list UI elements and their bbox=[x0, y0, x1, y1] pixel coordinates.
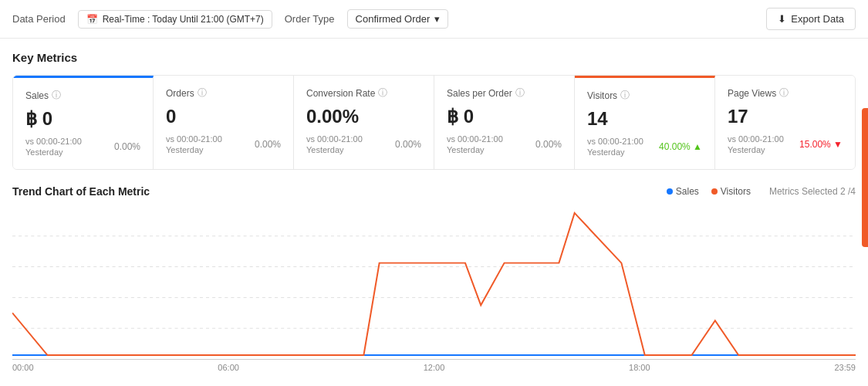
visitors-legend-dot bbox=[711, 188, 718, 195]
info-icon[interactable]: ⓘ bbox=[198, 86, 207, 100]
info-icon[interactable]: ⓘ bbox=[779, 86, 789, 100]
metric-change: 0.00% bbox=[395, 139, 421, 150]
export-icon: ⬇ bbox=[778, 13, 786, 25]
metric-name: Sales bbox=[25, 90, 49, 101]
metric-name: Sales per Order bbox=[447, 88, 512, 99]
metric-compare-label: vs 00:00-21:00Yesterday bbox=[25, 136, 82, 158]
info-icon[interactable]: ⓘ bbox=[378, 86, 387, 100]
metric-value: 14 bbox=[587, 108, 702, 130]
metric-card-conversion-rate[interactable]: Conversion Rate ⓘ 0.00% vs 00:00-21:00Ye… bbox=[294, 76, 434, 169]
metrics-row: Sales ⓘ ฿ 0 vs 00:00-21:00Yesterday 0.00… bbox=[12, 75, 856, 170]
metric-card-sales[interactable]: Sales ⓘ ฿ 0 vs 00:00-21:00Yesterday 0.00… bbox=[13, 76, 154, 169]
x-label: 06:00 bbox=[218, 363, 239, 372]
order-type-label: Order Type bbox=[285, 13, 335, 25]
trend-chart-svg bbox=[12, 205, 856, 359]
order-type-value: Confirmed Order bbox=[356, 13, 431, 25]
metric-compare-label: vs 00:00-21:00Yesterday bbox=[306, 134, 363, 156]
metric-value: ฿ 0 bbox=[25, 108, 140, 130]
metric-value: ฿ 0 bbox=[447, 106, 562, 127]
chart-legend: Sales Visitors Metrics Selected 2 /4 bbox=[667, 186, 856, 197]
metric-card-orders[interactable]: Orders ⓘ 0 vs 00:00-21:00Yesterday 0.00% bbox=[154, 76, 294, 169]
data-period-label: Data Period bbox=[12, 13, 66, 25]
metric-name: Visitors bbox=[587, 90, 617, 101]
key-metrics-title: Key Metrics bbox=[12, 51, 856, 64]
order-type-select[interactable]: Confirmed Order ▾ bbox=[347, 9, 449, 29]
trend-section: Trend Chart of Each Metric Sales Visitor… bbox=[12, 185, 856, 372]
sales-legend-dot bbox=[667, 188, 673, 195]
x-label: 23:59 bbox=[834, 363, 856, 372]
metric-change: 0.00% bbox=[535, 139, 562, 150]
metric-change: 0.00% bbox=[255, 139, 281, 150]
legend-visitors: Visitors bbox=[711, 186, 751, 197]
metric-name: Page Views bbox=[728, 88, 776, 99]
metric-name: Conversion Rate bbox=[306, 88, 375, 99]
x-label: 12:00 bbox=[424, 363, 445, 372]
metric-compare-label: vs 00:00-21:00Yesterday bbox=[728, 134, 784, 156]
x-label: 00:00 bbox=[12, 363, 34, 372]
chevron-down-icon: ▾ bbox=[434, 13, 440, 25]
metric-compare-label: vs 00:00-21:00Yesterday bbox=[166, 134, 222, 156]
metric-compare: vs 00:00-21:00Yesterday 0.00% bbox=[166, 134, 281, 156]
visitors-legend-label: Visitors bbox=[721, 186, 751, 197]
metric-value: 17 bbox=[728, 106, 843, 127]
metric-value: 0.00% bbox=[306, 106, 421, 127]
metric-compare-label: vs 00:00-21:00Yesterday bbox=[447, 134, 503, 156]
metric-card-page-views[interactable]: Page Views ⓘ 17 vs 00:00-21:00Yesterday … bbox=[715, 76, 855, 169]
export-label: Export Data bbox=[791, 13, 844, 25]
metric-header: Sales per Order ⓘ bbox=[447, 86, 562, 100]
metric-value: 0 bbox=[166, 106, 281, 127]
metric-compare: vs 00:00-21:00Yesterday 40.00% ▲ bbox=[587, 136, 702, 158]
metric-compare: vs 00:00-21:00Yesterday 15.00% ▼ bbox=[728, 134, 843, 156]
metric-header: Visitors ⓘ bbox=[587, 89, 702, 102]
metric-change: 40.00% ▲ bbox=[659, 141, 702, 152]
chart-x-labels: 00:0006:0012:0018:0023:59 bbox=[12, 360, 856, 372]
metric-change: 15.00% ▼ bbox=[799, 139, 843, 150]
calendar-icon: 📅 bbox=[86, 14, 98, 25]
info-icon[interactable]: ⓘ bbox=[52, 89, 61, 102]
legend-sales: Sales bbox=[667, 186, 699, 197]
visitors-line bbox=[12, 213, 856, 355]
metric-header: Conversion Rate ⓘ bbox=[306, 86, 421, 100]
metric-change: 0.00% bbox=[114, 141, 140, 152]
x-label: 18:00 bbox=[629, 363, 650, 372]
trend-chart-title: Trend Chart of Each Metric bbox=[12, 185, 150, 198]
right-indicator[interactable] bbox=[862, 108, 868, 247]
metric-header: Sales ⓘ bbox=[25, 89, 140, 102]
metric-compare: vs 00:00-21:00Yesterday 0.00% bbox=[25, 136, 140, 158]
export-button[interactable]: ⬇ Export Data bbox=[766, 8, 856, 30]
metric-header: Page Views ⓘ bbox=[728, 86, 843, 100]
info-icon[interactable]: ⓘ bbox=[515, 86, 525, 100]
chart-container bbox=[12, 205, 856, 360]
metrics-selected-label: Metrics Selected 2 /4 bbox=[769, 186, 856, 197]
metric-card-visitors[interactable]: Visitors ⓘ 14 vs 00:00-21:00Yesterday 40… bbox=[575, 76, 715, 169]
info-icon[interactable]: ⓘ bbox=[620, 89, 630, 102]
realtime-badge[interactable]: 📅 Real-Time : Today Until 21:00 (GMT+7) bbox=[78, 10, 272, 29]
realtime-text: Real-Time : Today Until 21:00 (GMT+7) bbox=[103, 14, 264, 25]
sales-legend-label: Sales bbox=[676, 186, 699, 197]
metric-name: Orders bbox=[166, 88, 194, 99]
metric-header: Orders ⓘ bbox=[166, 86, 281, 100]
main-content: Key Metrics Sales ⓘ ฿ 0 vs 00:00-21:00Ye… bbox=[0, 39, 868, 384]
metric-compare: vs 00:00-21:00Yesterday 0.00% bbox=[447, 134, 562, 156]
metric-compare: vs 00:00-21:00Yesterday 0.00% bbox=[306, 134, 421, 156]
metric-card-sales-per-order[interactable]: Sales per Order ⓘ ฿ 0 vs 00:00-21:00Yest… bbox=[434, 76, 575, 169]
top-bar: Data Period 📅 Real-Time : Today Until 21… bbox=[0, 0, 868, 39]
metric-compare-label: vs 00:00-21:00Yesterday bbox=[587, 136, 643, 158]
trend-header: Trend Chart of Each Metric Sales Visitor… bbox=[12, 185, 856, 198]
